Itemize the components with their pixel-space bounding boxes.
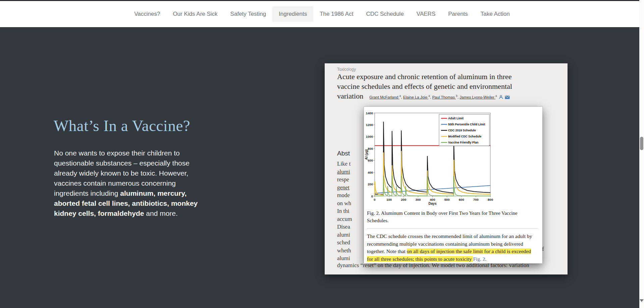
paper-title-line: variationGrant McFarland a, Elaine La Jo… bbox=[337, 91, 558, 102]
author-affiliation-sup: a bbox=[399, 94, 401, 98]
svg-text:Days: Days bbox=[429, 202, 437, 205]
figure-chart: 0200400600800100012001400010020030040050… bbox=[365, 108, 499, 207]
svg-text:700: 700 bbox=[473, 198, 479, 201]
abstract-text-fragment: mode bbox=[337, 191, 352, 199]
abstract-text-fragment: accum bbox=[337, 215, 352, 223]
abstract-text-fragment: Like t bbox=[337, 160, 352, 168]
author-link[interactable]: Grant McFarland bbox=[369, 95, 399, 99]
svg-text:400: 400 bbox=[430, 198, 435, 201]
svg-text:100: 100 bbox=[386, 198, 392, 201]
svg-text:800: 800 bbox=[368, 147, 373, 150]
figure-paragraph-segment: . bbox=[485, 256, 487, 262]
nav-item-the-1986-act[interactable]: The 1986 Act bbox=[313, 6, 360, 22]
svg-text:400: 400 bbox=[368, 171, 373, 174]
abstract-inline-link-fragment[interactable]: alumi bbox=[337, 168, 352, 176]
svg-text:1200: 1200 bbox=[366, 123, 373, 127]
abstract-text-fragment: sched bbox=[337, 239, 352, 247]
abstract-text-fragment: In thi bbox=[337, 207, 352, 215]
author-link[interactable]: Elaine La Joie bbox=[403, 95, 428, 99]
svg-text:50th Percentile Child Limit: 50th Percentile Child Limit bbox=[448, 123, 485, 126]
nav-item-ingredients[interactable]: Ingredients bbox=[272, 6, 313, 22]
nav-item-our-kids-are-sick[interactable]: Our Kids Are Sick bbox=[166, 6, 224, 22]
author-person-icon[interactable] bbox=[499, 95, 503, 99]
page-scrollbar[interactable] bbox=[639, 0, 644, 308]
page-title: What’s In a Vaccine? bbox=[54, 117, 211, 135]
abstract-fragments: Like talumirespegenetmodeon whIn thiaccu… bbox=[337, 160, 352, 262]
hero-paragraph-segment: and more. bbox=[144, 209, 177, 217]
svg-text:800: 800 bbox=[488, 198, 493, 201]
main-nav: Vaccines?Our Kids Are SickSafety Testing… bbox=[0, 1, 644, 27]
paper-title-line: vaccine schedules and effects of genetic… bbox=[337, 81, 558, 91]
nav-item-safety-testing[interactable]: Safety Testing bbox=[224, 6, 272, 22]
author-link[interactable]: Paul Thomas bbox=[432, 95, 456, 99]
nav-item-parents[interactable]: Parents bbox=[442, 6, 474, 22]
authors-line: Grant McFarland a, Elaine La Joie a, Pau… bbox=[369, 95, 497, 99]
svg-text:CDC 2019 Schedule: CDC 2019 Schedule bbox=[448, 129, 476, 132]
abstract-text-fragment: wheth bbox=[337, 247, 352, 255]
svg-text:Adult Limit: Adult Limit bbox=[448, 117, 464, 120]
author-link[interactable]: James Lyons-Weiler bbox=[460, 95, 495, 99]
svg-text:0: 0 bbox=[371, 194, 373, 198]
svg-text:200: 200 bbox=[368, 182, 373, 186]
paper-title: Acute exposure and chronic retention of … bbox=[337, 72, 558, 102]
abstract-heading-fragment: Abst bbox=[337, 150, 350, 157]
svg-text:600: 600 bbox=[368, 159, 373, 162]
svg-text:Modified CDC Schedule: Modified CDC Schedule bbox=[448, 135, 481, 138]
email-envelope-icon[interactable] bbox=[505, 96, 510, 99]
abstract-text-fragment: Disea bbox=[337, 223, 352, 231]
abstract-text-fragment: respe bbox=[337, 176, 352, 184]
svg-text:300: 300 bbox=[415, 198, 421, 201]
svg-text:600: 600 bbox=[459, 198, 464, 201]
svg-text:1400: 1400 bbox=[366, 111, 373, 115]
fig-2-link[interactable]: Fig. 2 bbox=[473, 256, 485, 262]
svg-text:1000: 1000 bbox=[366, 135, 373, 138]
abstract-text-fragment: alumi bbox=[337, 254, 352, 262]
svg-text:Al (µg): Al (µg) bbox=[365, 149, 368, 160]
top-border-line bbox=[0, 0, 644, 1]
figure-chart-container: 0200400600800100012001400010020030040050… bbox=[365, 108, 499, 209]
nav-item-take-action[interactable]: Take Action bbox=[474, 6, 516, 22]
author-affiliation-sup: b bbox=[456, 94, 458, 98]
author-affiliation-sup: a bbox=[428, 94, 430, 98]
paper-title-line: Acute exposure and chronic retention of … bbox=[337, 72, 558, 81]
scrollbar-thumb[interactable] bbox=[640, 137, 643, 150]
abstract-inline-link-fragment[interactable]: genet bbox=[337, 184, 352, 192]
svg-text:500: 500 bbox=[444, 198, 450, 201]
abstract-text-fragment: alumi bbox=[337, 231, 352, 239]
figure-paragraph: The CDC schedule crosses the recommended… bbox=[367, 233, 537, 263]
svg-text:200: 200 bbox=[401, 198, 406, 201]
abstract-text-fragment: on wh bbox=[337, 199, 352, 207]
figure-popup: 0200400600800100012001400010020030040050… bbox=[364, 107, 542, 263]
hero-section: What’s In a Vaccine? No one wants to exp… bbox=[54, 117, 211, 219]
scroll-down-arrow-icon[interactable] bbox=[640, 299, 644, 302]
nav-item-vaccines-[interactable]: Vaccines? bbox=[128, 6, 166, 22]
svg-text:Vaccine Friendly Plan: Vaccine Friendly Plan bbox=[448, 141, 478, 144]
nav-item-cdc-schedule[interactable]: CDC Schedule bbox=[360, 6, 410, 22]
hero-paragraph: No one wants to expose their children to… bbox=[54, 148, 208, 219]
figure-caption: Fig. 2. Aluminum Content in Body over Fi… bbox=[367, 209, 533, 224]
journal-label: Toxicology bbox=[337, 67, 356, 72]
svg-text:0: 0 bbox=[374, 198, 375, 201]
figure-divider bbox=[367, 228, 538, 229]
nav-item-vaers[interactable]: VAERS bbox=[410, 6, 442, 22]
